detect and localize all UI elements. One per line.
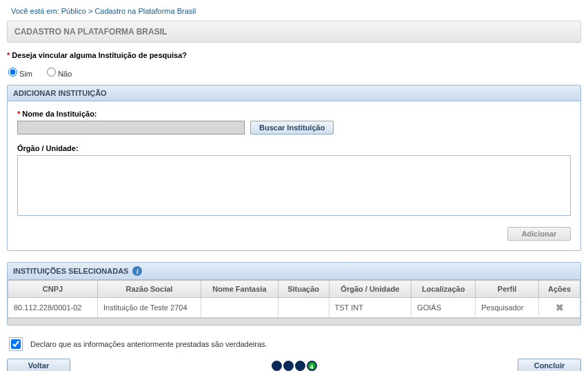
vinculo-question: * Deseja vincular alguma Instituição de … [7, 51, 581, 59]
table-row: 80.112.228/0001-02 Instituição de Teste … [8, 298, 580, 318]
cell-perfil: Pesquisador [476, 298, 539, 318]
cell-acoes: ✖ [539, 298, 580, 318]
panel-add-header: ADICIONAR INSTITUIÇÃO [8, 86, 580, 101]
cell-situacao [278, 298, 329, 318]
radio-nao-label[interactable]: Não [47, 70, 72, 78]
step-1-icon[interactable] [272, 361, 282, 371]
col-orgao: Órgão / Unidade [329, 281, 412, 298]
radio-sim[interactable] [8, 68, 17, 77]
concluir-button[interactable]: Concluir [518, 359, 581, 371]
footer: Voltar 4 Concluir [7, 359, 581, 371]
declaration-row: Declaro que as informações anteriormente… [7, 337, 581, 359]
step-2-icon[interactable] [283, 361, 294, 371]
col-perfil: Perfil [476, 281, 539, 298]
buscar-instituicao-button[interactable]: Buscar Instituição [250, 121, 334, 134]
panel-adicionar-instituicao: ADICIONAR INSTITUIÇÃO * Nome da Institui… [7, 85, 581, 251]
panel-sel-header: INSTITUIÇÕES SELECIONADAS i [8, 263, 580, 280]
instituicoes-table: CNPJ Razão Social Nome Fantasia Situação… [8, 280, 580, 318]
delete-icon[interactable]: ✖ [556, 302, 564, 313]
page-title: CADASTRO NA PLATAFORMA BRASIL [7, 21, 581, 43]
info-icon[interactable]: i [132, 266, 142, 276]
radio-sim-label[interactable]: Sim [8, 70, 34, 78]
breadcrumb: Você está em: Público > Cadastro na Plat… [7, 4, 581, 21]
col-razao: Razão Social [98, 281, 201, 298]
cell-local: GOIÁS [412, 298, 476, 318]
col-fantasia: Nome Fantasia [201, 281, 278, 298]
col-acoes: Ações [539, 281, 580, 298]
cell-razao: Instituição de Teste 2704 [98, 298, 201, 318]
col-cnpj: CNPJ [8, 281, 98, 298]
breadcrumb-sep: > [88, 7, 92, 15]
col-local: Localização [412, 281, 476, 298]
declaration-text: Declaro que as informações anteriormente… [30, 340, 267, 348]
step-3-icon[interactable] [295, 361, 305, 371]
table-header-row: CNPJ Razão Social Nome Fantasia Situação… [8, 281, 580, 298]
horizontal-scrollbar[interactable] [8, 318, 580, 325]
voltar-button[interactable]: Voltar [7, 359, 70, 371]
radio-nao[interactable] [47, 68, 56, 77]
step-indicator: 4 [272, 361, 317, 371]
cell-orgao: TST INT [329, 298, 412, 318]
orgao-unidade-textarea[interactable] [17, 155, 571, 216]
declaration-checkbox[interactable] [11, 339, 21, 349]
cell-cnpj: 80.112.228/0001-02 [8, 298, 98, 318]
nome-instituicao-label: * Nome da Instituição: [17, 110, 571, 118]
panel-instituicoes-selecionadas: INSTITUIÇÕES SELECIONADAS i CNPJ Razão S… [7, 262, 581, 325]
breadcrumb-link-publico[interactable]: Público [61, 7, 86, 15]
orgao-unidade-label: Órgão / Unidade: [17, 144, 571, 152]
col-situacao: Situação [278, 281, 329, 298]
nome-instituicao-input [17, 121, 245, 134]
cell-fantasia [201, 298, 278, 318]
step-4-icon[interactable]: 4 [307, 361, 317, 371]
radio-group-vinculo: Sim Não [7, 63, 581, 85]
breadcrumb-link-cadastro[interactable]: Cadastro na Plataforma Brasil [94, 7, 196, 15]
breadcrumb-prefix: Você está em: [11, 7, 59, 15]
adicionar-button[interactable]: Adicionar [507, 227, 571, 241]
